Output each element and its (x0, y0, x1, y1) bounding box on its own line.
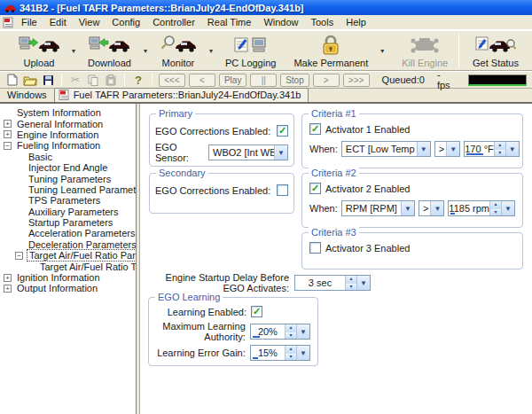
menu-help[interactable]: Help (340, 16, 372, 28)
menu-real-time[interactable]: Real Time (202, 16, 257, 28)
chevron-down-icon[interactable]: ▼ (430, 201, 443, 215)
primary-ego-corrections-checkbox[interactable]: ✓ (277, 125, 288, 137)
play-button[interactable]: Play (219, 74, 246, 87)
tree-item[interactable]: System Information (0, 107, 136, 118)
chevron-down-icon[interactable]: ▼ (296, 324, 309, 339)
criteria2-operator-select[interactable]: > ▼ (419, 200, 444, 216)
tree-item[interactable]: +Engine Information (0, 129, 136, 140)
new-file-button[interactable] (5, 73, 20, 87)
menu-window[interactable]: Window (258, 16, 303, 28)
tree-item[interactable]: Injector End Angle (0, 162, 136, 173)
tree-toggle-expand[interactable]: + (4, 130, 12, 138)
chevron-down-icon[interactable]: ▼ (501, 201, 514, 215)
menu-edit[interactable]: Edit (44, 16, 72, 28)
activator3-checkbox[interactable] (309, 242, 321, 254)
criteria1-operator-select[interactable]: > ▼ (434, 141, 460, 157)
menu-tools[interactable]: Tools (306, 16, 340, 28)
download-dropdown-icon[interactable]: ▾ (140, 47, 151, 55)
download-button[interactable]: Download (82, 32, 137, 70)
upload-button[interactable]: Upload (12, 32, 66, 70)
tree-item[interactable]: Acceleration Parameters (0, 228, 136, 238)
criteria2-channel-select[interactable]: RPM [RPM] ▼ (341, 200, 415, 216)
tree-item[interactable]: Startup Parameters (0, 217, 136, 228)
tree-toggle-expand[interactable]: + (4, 285, 12, 293)
criteria1-value-spinner[interactable]: 170 °F ▴▾ ▼ (464, 141, 520, 157)
spinner-arrows[interactable]: ▴▾ (494, 142, 505, 156)
tab-fuel-tafr-parameters[interactable]: Fuel TAFR Parameters::BrianJuly24-EndOfD… (54, 88, 309, 102)
tree-item[interactable]: Basic (0, 152, 136, 162)
make-permanent-button[interactable]: Make Permanent (287, 32, 374, 70)
spinner-arrows[interactable]: ▴▾ (489, 201, 501, 215)
open-file-button[interactable] (23, 73, 37, 87)
primary-ego-corrections-label: EGO Corrections Enabled: (155, 126, 270, 137)
monitor-dropdown-icon[interactable]: ▾ (206, 47, 216, 55)
tab-label: Fuel TAFR Parameters::BrianJuly24-EndOfD… (74, 90, 301, 100)
criteria3-title: Criteria #3 (309, 227, 359, 238)
chevron-down-icon[interactable]: ▼ (417, 142, 430, 156)
chevron-down-icon[interactable]: ▼ (446, 142, 459, 156)
criteria2-value: 1185 rpm (449, 201, 489, 215)
windows-label: Windows (2, 89, 54, 102)
startup-delay-spinner[interactable]: 3 sec ▴▾ ▼ (294, 275, 371, 291)
pause-button[interactable]: || (250, 74, 277, 87)
spinner-arrows[interactable]: ▴▾ (345, 276, 356, 290)
criteria1-channel-select[interactable]: ECT [Low Temp ° ▼ (341, 141, 431, 157)
tree-toggle-expand[interactable]: + (4, 274, 12, 282)
forward-all-button[interactable]: >>> (343, 74, 370, 87)
ego-sensor-select[interactable]: WBO2 [Int WBAF ▼ (208, 145, 288, 160)
menu-view[interactable]: View (74, 16, 106, 28)
menu-file[interactable]: File (16, 16, 43, 28)
tree-item[interactable]: Deceleration Parameters (0, 239, 136, 250)
tree-toggle-collapse[interactable]: − (15, 252, 23, 260)
tree-item[interactable]: Target Air/Fuel Ratio Table (0, 261, 136, 271)
activator2-checkbox[interactable]: ✓ (309, 183, 321, 194)
make-permanent-dropdown-icon[interactable]: ▾ (377, 47, 387, 55)
max-learning-authority-spinner[interactable]: 20% ▴▾ ▼ (250, 324, 310, 340)
tree-item[interactable]: −Fueling Information (0, 140, 136, 151)
upload-dropdown-icon[interactable]: ▾ (68, 47, 79, 55)
criteria2-value-spinner[interactable]: 1185 rpm ▴▾ ▼ (448, 200, 515, 216)
pc-logging-button[interactable]: PC Logging (219, 32, 283, 70)
tree-item[interactable]: +Output Information (0, 283, 136, 293)
spinner-arrows[interactable]: ▴▾ (285, 324, 296, 339)
menu-bar: File Edit View Config Controller Real Ti… (0, 15, 532, 30)
open-folder-icon (23, 74, 37, 86)
menu-controller[interactable]: Controller (147, 16, 200, 28)
tree-item[interactable]: +General Information (0, 118, 136, 129)
chevron-down-icon[interactable]: ▼ (505, 142, 519, 156)
spinner-arrows[interactable]: ▴▾ (285, 346, 296, 360)
tree-toggle-expand[interactable]: + (4, 120, 12, 128)
step-back-button[interactable]: < (189, 74, 215, 87)
monitor-car-icon (160, 34, 197, 58)
chevron-down-icon[interactable]: ▼ (274, 145, 287, 160)
tree-item[interactable]: Auxiliary Parameters (0, 207, 136, 217)
tree-toggle-collapse[interactable]: − (4, 142, 12, 150)
activator1-checkbox[interactable]: ✓ (309, 123, 321, 135)
stop-button[interactable]: Stop (280, 74, 309, 87)
tree-item-target-afr-parameters[interactable]: −Target Air/Fuel Ratio Parameters (0, 250, 136, 261)
secondary-ego-corrections-checkbox[interactable] (277, 184, 288, 196)
get-status-button[interactable]: Get Status (466, 32, 525, 70)
step-forward-button[interactable]: > (313, 74, 340, 87)
spinner-down-icon: ▾ (286, 353, 296, 361)
save-file-button[interactable] (41, 73, 55, 87)
chevron-down-icon[interactable]: ▼ (356, 276, 370, 290)
ego-sensor-label: EGO Sensor: (155, 142, 205, 163)
tree-item[interactable]: TPS Parameters (0, 195, 136, 206)
rewind-all-button[interactable]: <<< (159, 74, 185, 87)
chevron-down-icon[interactable]: ▼ (296, 346, 309, 360)
learning-error-gain-spinner[interactable]: 15% ▴▾ ▼ (250, 345, 310, 361)
tree-item[interactable]: +Ignition Information (0, 272, 136, 283)
help-button[interactable]: ? (131, 73, 145, 87)
criteria2-channel-value: RPM [RPM] (342, 201, 401, 215)
learning-enabled-checkbox[interactable]: ✓ (251, 306, 262, 317)
tree-item[interactable]: Tuning Learned Parameters (0, 184, 136, 195)
tab-document-icon (59, 90, 70, 100)
file-toolbar: ✂ ? <<< < Play || Stop > >>> Queued:0 - … (0, 71, 532, 89)
tree-item[interactable]: Tuning Parameters (0, 173, 136, 184)
ego-sensor-value: WBO2 [Int WBAF (209, 145, 274, 160)
menu-config[interactable]: Config (106, 16, 145, 28)
chevron-down-icon[interactable]: ▼ (401, 201, 414, 215)
monitor-button[interactable]: Monitor (153, 32, 203, 70)
title-bar: 341B2 - [Fuel TAFR Parameters::BrianJuly… (0, 0, 532, 15)
